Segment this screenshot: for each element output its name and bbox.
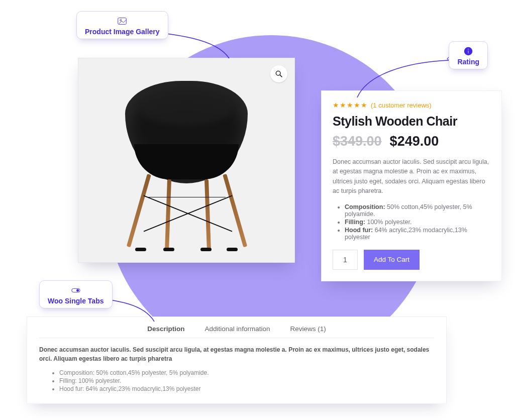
callout-gallery-label: Product Image Gallery: [85, 28, 160, 36]
tab-content-text: Donec accumsan auctor iaculis. Sed susci…: [39, 345, 434, 363]
svg-point-1: [120, 20, 122, 21]
spec-item: Filling: 100% polyester.: [345, 219, 490, 226]
product-title: Stylish Wooden Chair: [333, 114, 490, 129]
tab-reviews[interactable]: Reviews (1): [290, 325, 326, 333]
svg-rect-5: [468, 50, 469, 53]
spec-item: Hood fur: 64% acrylic,23% modacrylic,13%…: [345, 227, 490, 241]
svg-point-7: [76, 289, 78, 291]
tab-additional-info[interactable]: Additional information: [205, 325, 270, 333]
reviews-link[interactable]: (1 customer reviews): [371, 101, 432, 109]
price-sale: $249.00: [390, 134, 439, 149]
tab-spec-item: Hood fur: 64% acrylic,23% modacrylic,13%…: [59, 385, 434, 392]
product-image-gallery: [78, 58, 295, 263]
image-icon: [117, 16, 128, 27]
star-icons: ★★★★★: [333, 101, 368, 109]
price-row: $349.00 $249.00: [333, 134, 490, 149]
tab-description[interactable]: Description: [147, 325, 184, 333]
rating-row: ★★★★★ (1 customer reviews): [333, 101, 490, 109]
quantity-input[interactable]: [333, 250, 358, 270]
callout-tabs: Woo Single Tabs: [39, 280, 113, 308]
tab-spec-item: Composition: 50% cotton,45% polyester, 5…: [59, 369, 434, 376]
callout-tabs-label: Woo Single Tabs: [48, 297, 104, 305]
product-tabs-card: Description Additional information Revie…: [27, 317, 447, 404]
product-specs-list: Composition: 50% cotton,45% polyester, 5…: [333, 203, 490, 241]
svg-point-4: [468, 49, 469, 50]
toggle-icon: [70, 285, 81, 296]
product-image[interactable]: [111, 79, 262, 250]
callout-rating-label: Rating: [457, 58, 479, 66]
tab-spec-item: Filling: 100% polyester.: [59, 377, 434, 384]
price-original: $349.00: [333, 134, 382, 149]
spec-item: Composition: 50% cotton,45% polyester, 5…: [345, 203, 490, 218]
product-description: Donec accumsan auctor iaculis. Sed susci…: [333, 157, 490, 196]
callout-rating: Rating: [449, 41, 488, 69]
magnifier-icon: [275, 70, 283, 78]
tabs-nav: Description Additional information Revie…: [39, 325, 434, 338]
product-details-card: ★★★★★ (1 customer reviews) Stylish Woode…: [321, 90, 502, 281]
tab-specs-list: Composition: 50% cotton,45% polyester, 5…: [39, 369, 434, 392]
zoom-button[interactable]: [270, 65, 287, 82]
callout-gallery: Product Image Gallery: [76, 11, 168, 39]
add-to-cart-button[interactable]: Add To Cart: [364, 250, 420, 270]
info-icon: [463, 46, 474, 57]
